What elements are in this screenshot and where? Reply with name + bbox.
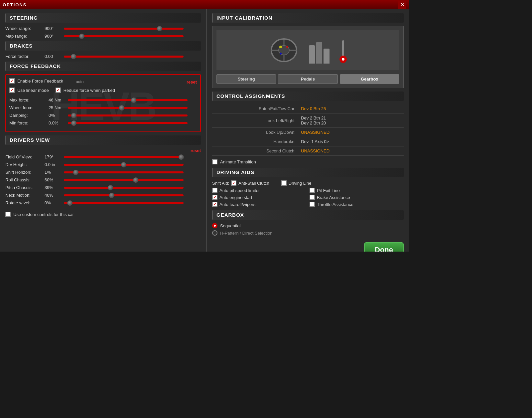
drivers-view-reset-button[interactable]: reset [191, 148, 201, 153]
fov-thumb[interactable] [179, 154, 184, 160]
close-button[interactable]: ✕ [398, 1, 406, 9]
svg-point-6 [279, 46, 282, 48]
damping-slider[interactable] [68, 114, 188, 116]
assign-value-4[interactable]: UNASSIGNED [298, 146, 404, 156]
animate-transition-checkbox[interactable] [212, 159, 217, 164]
wheel-range-label: Wheel range: [5, 26, 42, 31]
rotate-wvel-row: Rotate w vel: 0% [5, 200, 201, 205]
rotate-wvel-slider[interactable] [64, 202, 184, 204]
tab-pedals[interactable]: Pedals [278, 74, 337, 84]
min-force-slider[interactable] [68, 122, 188, 124]
damping-value: 0% [49, 113, 65, 118]
drv-height-slider[interactable] [64, 164, 184, 166]
shift-horizon-slider[interactable] [64, 171, 184, 173]
cal-devices [216, 30, 399, 70]
sequential-radio[interactable] [212, 223, 217, 228]
fov-row: Field Of View: 179° [5, 154, 201, 159]
roll-chassis-slider[interactable] [64, 179, 184, 181]
roll-chassis-thumb[interactable] [133, 177, 138, 183]
assign-value-1[interactable]: Dev 2 Btn 21Dev 2 Btn 20 [298, 113, 404, 128]
enable-ff-label: Enable Force Feedback [17, 79, 63, 84]
aid-checkbox-2[interactable] [212, 195, 217, 200]
shift-horizon-row: Shift Horizon: 1% [5, 170, 201, 175]
pitch-chassis-slider[interactable] [64, 187, 184, 189]
assignments-table: Enter/Exit/Tow Car: Dev 0 Btn 25 Look Le… [212, 104, 404, 156]
wheel-force-thumb[interactable] [119, 105, 124, 110]
wheel-range-thumb[interactable] [157, 26, 162, 31]
shift-aid-row: Shift Aid: Anti-Stall Clutch Driving Lin… [212, 180, 404, 186]
force-factor-row: Force factor: 0.00 [5, 54, 201, 59]
aid-checkbox-pit-exit[interactable] [310, 188, 315, 193]
input-cal-header: INPUT CALIBRATION [212, 13, 404, 23]
rotate-wvel-thumb[interactable] [67, 200, 72, 206]
force-factor-thumb[interactable] [71, 54, 76, 59]
assign-value-2[interactable]: UNASSIGNED [298, 128, 404, 137]
aid-checkbox-throttle[interactable] [310, 202, 315, 207]
custom-controls-checkbox[interactable] [5, 212, 11, 217]
pitch-chassis-row: Pitch Chassis: 39% [5, 185, 201, 190]
damping-row: Damping: 0% [9, 113, 197, 118]
aid-checkbox-4[interactable] [212, 202, 217, 207]
control-assignments-header: CONTROL ASSIGNMENTS [212, 92, 404, 101]
rotate-wvel-value: 0% [45, 200, 61, 205]
sequential-label: Sequential [220, 223, 240, 228]
pedals-icon [309, 37, 330, 64]
shift-aid-label: Shift Aid: [212, 181, 229, 186]
aid-label-pit-exit: Pit Exit Line [317, 188, 340, 193]
wheel-force-label: Wheel force: [9, 105, 46, 110]
assign-label-0: Enter/Exit/Tow Car: [212, 104, 298, 113]
linear-mode-checkbox[interactable] [9, 88, 15, 93]
neck-motion-thumb[interactable] [109, 193, 114, 198]
pitch-chassis-label: Pitch Chassis: [5, 185, 42, 190]
assign-label-1: Look Left/Right: [212, 113, 298, 128]
aid-label-2: Auto engine start [219, 195, 252, 200]
assign-label-4: Second Clutch: [212, 146, 298, 156]
map-range-thumb[interactable] [79, 34, 84, 39]
tab-steering[interactable]: Steering [216, 74, 276, 84]
assign-value-0[interactable]: Dev 0 Btn 25 [298, 104, 404, 113]
force-factor-slider[interactable] [64, 56, 184, 58]
drv-height-row: Drv Height: 0.0 in [5, 162, 201, 167]
aid-checkbox-brake[interactable] [310, 195, 315, 200]
fov-slider[interactable] [64, 156, 184, 158]
driving-line-checkbox[interactable] [281, 180, 287, 186]
min-force-thumb[interactable] [71, 120, 76, 126]
neck-motion-label: Neck Motion: [5, 193, 42, 198]
force-factor-label: Force factor: [5, 54, 42, 59]
aid-checkbox-0[interactable] [212, 188, 217, 193]
drv-height-thumb[interactable] [121, 162, 126, 167]
pitch-chassis-thumb[interactable] [108, 185, 113, 190]
shift-horizon-thumb[interactable] [73, 170, 78, 175]
hpattern-radio[interactable] [212, 230, 217, 236]
title-bar: OPTIONS ✕ [0, 0, 409, 9]
neck-motion-value: 40% [45, 193, 61, 198]
neck-motion-slider[interactable] [64, 194, 184, 196]
brakes-header: BRAKES [5, 41, 201, 51]
sequential-row: Sequential [212, 223, 404, 228]
wheel-force-value: 25 Nm [49, 105, 65, 110]
left-panel: HEVB STEERING Wheel range: 900° Map rang… [0, 9, 206, 252]
gearbox-icon [339, 37, 347, 64]
shift-horizon-value: 1% [45, 170, 61, 175]
aid-row-throttle: Throttle Assistance [310, 202, 404, 207]
shift-aid-checkbox[interactable] [231, 180, 236, 186]
title-text: OPTIONS [3, 2, 27, 7]
max-force-thumb[interactable] [131, 98, 136, 103]
done-button[interactable]: Done [364, 242, 404, 252]
aid-row-2: Auto engine start [212, 195, 306, 200]
assign-label-2: Look Up/Down: [212, 128, 298, 137]
ff-reset-button[interactable]: reset [187, 80, 197, 85]
aid-row-pit-exit: Pit Exit Line [310, 188, 404, 193]
wheel-range-slider[interactable] [64, 28, 184, 30]
enable-ff-checkbox[interactable] [9, 78, 15, 84]
map-range-row: Map range: 900° [5, 34, 201, 39]
map-range-slider[interactable] [64, 35, 184, 37]
neck-motion-row: Neck Motion: 40% [5, 193, 201, 198]
max-force-slider[interactable] [68, 99, 188, 101]
damping-thumb[interactable] [71, 113, 76, 118]
tab-gearbox[interactable]: Gearbox [340, 74, 399, 84]
assign-value-3[interactable]: Dev -1 Axis 0> [298, 137, 404, 146]
reduce-force-checkbox[interactable] [56, 88, 61, 93]
wheel-force-slider[interactable] [68, 107, 188, 109]
steering-wheel-icon [269, 37, 299, 64]
